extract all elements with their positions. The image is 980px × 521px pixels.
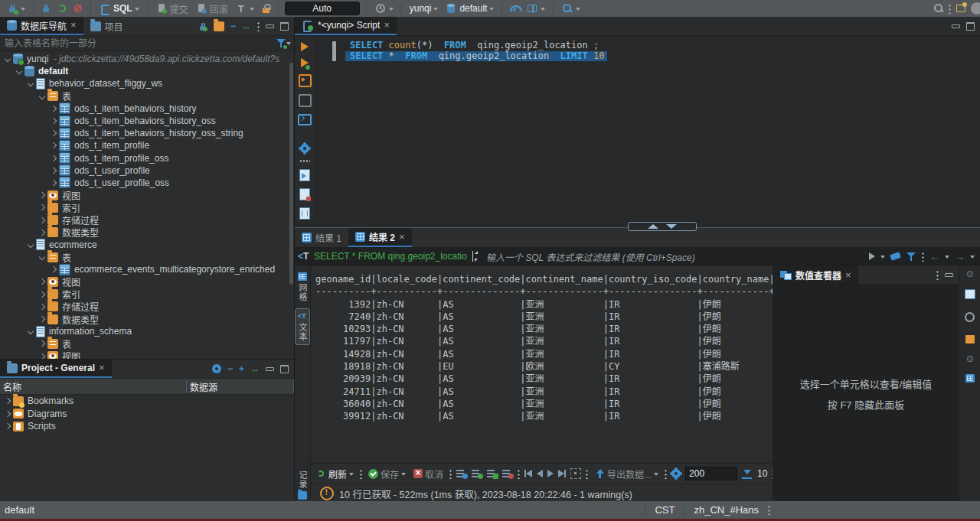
lock-icon[interactable] bbox=[260, 2, 272, 15]
tree-item[interactable]: default bbox=[0, 65, 294, 77]
tree-item[interactable]: ods_t_item_behaviors_history bbox=[0, 103, 294, 115]
maximize-icon[interactable] bbox=[280, 22, 289, 31]
column-header-name[interactable]: 名称 bbox=[0, 380, 187, 393]
chevron-right-icon[interactable] bbox=[38, 191, 46, 199]
chevron-right-icon[interactable] bbox=[49, 265, 57, 273]
filter-history-back-icon[interactable]: ← bbox=[929, 252, 939, 262]
text-cell[interactable]: EU bbox=[443, 360, 520, 373]
text-data-row[interactable]: 36040|zh-CN|AS|亚洲|IR|伊朗 bbox=[315, 398, 773, 410]
text-cell[interactable]: 伊朗 bbox=[703, 335, 769, 347]
tree-item[interactable]: 存储过程 bbox=[0, 301, 294, 313]
text-cell[interactable]: IR bbox=[609, 311, 697, 323]
text-cell[interactable]: 11797 bbox=[315, 335, 371, 347]
text-cell[interactable]: IR bbox=[609, 348, 697, 360]
link-editor-icon[interactable]: ↔ bbox=[250, 363, 260, 374]
text-cell[interactable]: CY bbox=[609, 360, 697, 373]
tree-item[interactable]: behavior_dataset_fliggy_ws bbox=[0, 77, 294, 90]
maximize-icon[interactable] bbox=[280, 365, 289, 373]
chevron-right-icon[interactable] bbox=[49, 179, 57, 187]
add-view-icon[interactable] bbox=[955, 2, 967, 15]
presentation-grid-tab[interactable]: 网格 bbox=[296, 269, 309, 304]
text-cell[interactable]: AS bbox=[443, 386, 520, 398]
tab-result-1[interactable]: 结果 1 bbox=[295, 228, 348, 247]
project-item[interactable]: Bookmarks bbox=[0, 395, 294, 408]
code-line[interactable]: SELECT count(*) FROM qing.geoip2_locatio… bbox=[350, 41, 980, 51]
text-cell[interactable]: AS bbox=[443, 410, 520, 422]
chevron-down-icon[interactable] bbox=[15, 67, 23, 75]
execute-script-icon[interactable] bbox=[299, 74, 312, 87]
global-search-icon[interactable] bbox=[933, 2, 945, 15]
sql-editor-button[interactable]: SQL bbox=[97, 2, 141, 15]
execute-statement-icon[interactable] bbox=[301, 42, 309, 51]
text-cell[interactable]: zh-CN bbox=[376, 386, 436, 398]
tree-item[interactable]: 索引 bbox=[0, 201, 294, 213]
text-cell[interactable]: AS bbox=[443, 373, 520, 385]
close-icon[interactable] bbox=[99, 363, 105, 373]
gear-icon[interactable] bbox=[300, 144, 309, 153]
tree-item[interactable]: ods_t_item_behaviors_history_oss_string bbox=[0, 127, 294, 139]
text-cell[interactable]: AS bbox=[443, 323, 520, 335]
chevron-right-icon[interactable] bbox=[49, 117, 57, 125]
tree-item[interactable]: 表 bbox=[0, 90, 294, 103]
close-icon[interactable] bbox=[845, 270, 851, 281]
next-row-button[interactable] bbox=[547, 470, 554, 477]
text-cell[interactable]: continent_code bbox=[443, 273, 520, 285]
chevron-right-icon[interactable] bbox=[38, 315, 46, 323]
kebab-menu-icon[interactable] bbox=[949, 4, 951, 14]
tree-item[interactable]: 表 bbox=[0, 337, 294, 350]
maximize-icon[interactable] bbox=[966, 22, 975, 31]
sash-handle[interactable] bbox=[628, 222, 697, 231]
minimize-icon[interactable] bbox=[266, 367, 274, 371]
text-cell[interactable]: IR bbox=[609, 335, 697, 347]
text-cell[interactable]: 18918 bbox=[315, 360, 371, 373]
commit-mode-select[interactable]: Auto bbox=[285, 2, 360, 15]
text-data-row[interactable]: 7240|zh-CN|AS|亚洲|IR|伊朗 bbox=[315, 311, 773, 323]
fetch-all-icon[interactable] bbox=[742, 469, 753, 479]
text-cell[interactable]: 亚洲 bbox=[526, 335, 603, 347]
text-cell[interactable]: IR bbox=[609, 298, 697, 311]
expand-all-icon[interactable]: + bbox=[239, 363, 244, 374]
tree-item[interactable]: ods_t_user_profile_oss bbox=[0, 177, 294, 189]
explain-plan-icon[interactable] bbox=[299, 94, 312, 107]
text-cell[interactable]: 亚洲 bbox=[526, 311, 603, 323]
text-cell[interactable]: 伊朗 bbox=[703, 398, 769, 410]
filter-settings-icon[interactable] bbox=[906, 252, 916, 262]
text-cell[interactable]: 伊朗 bbox=[703, 373, 769, 385]
text-cell[interactable]: 伊朗 bbox=[703, 348, 769, 360]
chevron-right-icon[interactable] bbox=[38, 353, 46, 359]
disconnect-icon[interactable] bbox=[72, 2, 84, 15]
chevron-down-icon[interactable] bbox=[26, 80, 34, 87]
chevron-down-icon[interactable] bbox=[38, 93, 46, 100]
export-script-icon[interactable] bbox=[299, 169, 310, 181]
new-connection-button[interactable] bbox=[5, 2, 27, 15]
text-cell[interactable]: 伊朗 bbox=[703, 311, 769, 323]
chevron-right-icon[interactable] bbox=[38, 340, 46, 347]
kebab-menu-icon[interactable] bbox=[936, 270, 939, 280]
export-data-button[interactable]: 导出数据... bbox=[593, 467, 660, 480]
cancel-button[interactable]: 取消 bbox=[412, 467, 445, 480]
text-data-row[interactable]: 1392|zh-CN|AS|亚洲|IR|伊朗 bbox=[315, 298, 773, 311]
first-row-button[interactable] bbox=[524, 470, 532, 477]
connect-icon[interactable] bbox=[40, 2, 52, 15]
text-cell[interactable]: IR bbox=[609, 373, 697, 385]
code-area[interactable]: SELECT count(*) FROM qing.geoip2_locatio… bbox=[315, 36, 980, 220]
tab-project-general[interactable]: Project - General bbox=[0, 360, 112, 378]
duplicate-row-icon[interactable] bbox=[487, 469, 498, 478]
tree-item[interactable]: 视图 bbox=[0, 275, 294, 288]
text-data-row[interactable]: 11797|zh-CN|AS|亚洲|IR|伊朗 bbox=[315, 335, 773, 347]
text-cell[interactable]: zh-CN bbox=[376, 298, 436, 311]
text-cell[interactable]: 24711 bbox=[315, 386, 371, 398]
text-cell[interactable]: AS bbox=[443, 298, 520, 311]
text-data-row[interactable]: 20939|zh-CN|AS|亚洲|IR|伊朗 bbox=[315, 373, 773, 385]
focus-cell-icon[interactable] bbox=[570, 468, 581, 479]
text-cell[interactable]: zh-CN bbox=[376, 335, 436, 347]
kebab-menu-icon[interactable] bbox=[768, 505, 770, 515]
text-cell[interactable]: IR bbox=[609, 410, 697, 422]
table-filter-input[interactable] bbox=[3, 37, 276, 50]
text-data-row[interactable]: 39912|zh-CN|AS|亚洲|IR|伊朗 bbox=[315, 410, 773, 422]
project-item[interactable]: Scripts bbox=[0, 420, 294, 433]
minimize-icon[interactable] bbox=[266, 24, 274, 28]
tree-item[interactable]: 存储过程 bbox=[0, 213, 294, 226]
text-cell[interactable]: 39912 bbox=[315, 410, 371, 422]
chevron-right-icon[interactable] bbox=[38, 303, 46, 311]
